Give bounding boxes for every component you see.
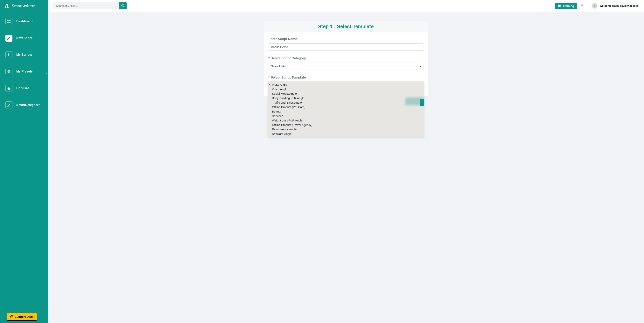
svg-rect-0 — [8, 20, 8, 21]
card-title: Step 1 : Select Template — [267, 24, 425, 29]
brush-icon — [6, 102, 12, 108]
sidebar-collapse-toggle[interactable] — [45, 70, 48, 77]
sidebar-item-label: SmartDesignerr — [16, 103, 40, 107]
template-option[interactable]: Offline Product (Travel Agency) — [268, 123, 424, 127]
search-wrap — [53, 2, 127, 9]
svg-point-9 — [9, 87, 10, 88]
script-template-label: * Select Script Template — [268, 76, 424, 80]
sidebar-nav: Dashboard New Script My Scripts My Prese… — [0, 12, 48, 120]
template-option[interactable]: Social Media Angle — [268, 91, 424, 96]
svg-point-13 — [594, 4, 596, 6]
brand-logo[interactable]: Smartwriterr — [0, 0, 48, 12]
card-header: Step 1 : Select Template — [264, 20, 428, 32]
sidebar-item-label: My Scripts — [16, 53, 32, 56]
search-input[interactable] — [53, 2, 119, 9]
sidebar-item-my-scripts[interactable]: My Scripts — [0, 49, 48, 61]
form-card: Step 1 : Select Template Enter Script Na… — [264, 20, 428, 96]
topbar: Training Welcome Back, review access — [48, 0, 644, 12]
template-option[interactable]: Traffic and Sales Angle — [268, 100, 424, 105]
video-icon — [558, 4, 561, 7]
content: Step 1 : Select Template Enter Script Na… — [48, 12, 644, 323]
sidebar: Smartwriterr Dashboard New Script My Scr… — [0, 0, 48, 323]
sidebar-item-label: New Script — [16, 36, 32, 40]
template-option[interactable]: Video Angle — [268, 87, 424, 91]
template-option[interactable]: Services — [268, 114, 424, 118]
user-plus-icon — [6, 51, 12, 58]
template-option[interactable]: Beauty — [268, 109, 424, 114]
bell-icon — [581, 4, 584, 7]
layers-icon — [6, 68, 12, 75]
avatar — [592, 3, 598, 9]
person-icon — [593, 4, 596, 8]
svg-rect-7 — [9, 88, 9, 90]
svg-rect-1 — [9, 20, 10, 21]
sidebar-item-new-script[interactable]: New Script — [0, 32, 48, 44]
sidebar-item-my-presets[interactable]: My Presets — [0, 66, 48, 77]
svg-point-8 — [8, 87, 9, 88]
script-name-label: Enter Script Name — [268, 37, 424, 41]
support-desk-label: Support Desk — [14, 315, 34, 318]
grid-icon — [6, 18, 12, 25]
sidebar-item-smartdesignerr[interactable]: SmartDesignerr — [0, 99, 48, 111]
sidebar-item-dashboard[interactable]: Dashboard — [0, 16, 48, 27]
script-category-select[interactable]: Sales Letter — [268, 62, 424, 70]
template-option[interactable]: Offline Product (Pet Care) — [268, 105, 424, 109]
sidebar-item-label: Dashboard — [16, 20, 33, 23]
template-option[interactable]: MMO Angle — [268, 82, 424, 87]
sidebar-item-bonuses[interactable]: Bonuses — [0, 82, 48, 94]
template-option[interactable]: Weight Loss PLR Angle — [268, 118, 424, 123]
svg-rect-12 — [558, 5, 560, 7]
next-button-peek[interactable] — [420, 99, 424, 106]
template-option[interactable]: Software Angle — [268, 132, 424, 136]
user-menu[interactable]: Welcome Back, review access — [592, 3, 638, 9]
script-name-input[interactable] — [268, 43, 424, 50]
sidebar-item-label: Bonuses — [16, 86, 30, 90]
support-desk-button[interactable]: Support Desk — [7, 313, 37, 321]
training-button[interactable]: Training — [555, 3, 577, 9]
svg-rect-3 — [9, 22, 10, 23]
notifications-button[interactable] — [581, 4, 584, 8]
svg-point-4 — [8, 54, 9, 55]
svg-rect-2 — [8, 22, 8, 23]
search-icon — [122, 4, 124, 8]
welcome-text: Welcome Back, review access — [600, 4, 638, 8]
sidebar-item-label: My Presets — [16, 70, 33, 73]
template-dropdown-list: MMO AngleVideo AngleSocial Media AngleBo… — [268, 82, 424, 137]
question-circle-icon — [10, 315, 14, 318]
brand-logo-icon — [4, 3, 10, 9]
svg-point-11 — [12, 317, 12, 318]
template-option[interactable]: E-commerce Angle — [268, 127, 424, 132]
template-option[interactable]: Body Building PLR Angle — [268, 96, 424, 100]
brand-title: Smartwriterr — [12, 4, 35, 8]
script-category-label: * Select Script Category — [268, 56, 424, 60]
pencil-icon — [6, 34, 12, 42]
gift-icon — [6, 85, 12, 92]
search-button[interactable] — [119, 2, 127, 9]
training-label: Training — [563, 4, 574, 8]
